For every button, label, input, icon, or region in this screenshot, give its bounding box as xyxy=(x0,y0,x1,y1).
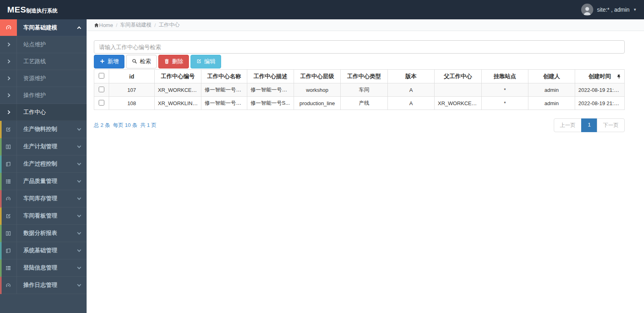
chevron-down-icon xyxy=(71,242,87,259)
chevron-down-icon xyxy=(71,259,87,276)
sidebar-group-login-info-management[interactable]: 登陆信息管理 xyxy=(0,259,87,277)
sidebar-group-data-analysis-reports[interactable]: 数据分析报表 xyxy=(0,225,87,242)
sidebar-group-system-management[interactable]: 系统基础管理 xyxy=(0,242,87,259)
trash-icon xyxy=(164,58,170,65)
column-header-level: 工作中心层级 xyxy=(294,70,341,83)
row-checkbox[interactable] xyxy=(99,87,104,92)
sidebar-group-label: 生产物料控制 xyxy=(17,121,71,138)
page-count: 共 1 页 xyxy=(140,122,156,129)
row-select-cell xyxy=(94,97,109,110)
breadcrumb-separator: / xyxy=(116,22,118,28)
sidebar-group-kanban-management[interactable]: 车间看板管理 xyxy=(0,207,87,225)
chevron-down-icon xyxy=(71,155,87,172)
pagination-row: 总 2 条 每页 10 条 共 1 页 上一页 1 下一页 xyxy=(94,118,625,132)
top-navbar: MES制造执行系统 site:* , admin ▼ xyxy=(0,0,644,19)
cell-id: 108 xyxy=(109,97,155,110)
column-header-created-time: 创建时间 xyxy=(575,70,625,83)
sidebar-item-resource-maintenance[interactable]: 资源维护 xyxy=(0,70,87,87)
group-color-strip xyxy=(0,190,2,207)
group-color-strip xyxy=(0,277,2,294)
sidebar-group-label: 车间基础建模 xyxy=(17,19,71,36)
plus-icon xyxy=(99,58,105,65)
sidebar-item-process-route[interactable]: 工艺路线 xyxy=(0,53,87,70)
breadcrumb-item-workshop-basic-modeling[interactable]: 车间基础建模 xyxy=(120,21,151,29)
breadcrumb: Home / 车间基础建模 / 工作中心 xyxy=(87,19,644,31)
sidebar-group-label: 车间库存管理 xyxy=(17,190,71,207)
sidebar-group-label: 生产计划管理 xyxy=(17,138,71,155)
sidebar-group-material-control[interactable]: 生产物料控制 xyxy=(0,121,87,138)
cell-creator: admin xyxy=(528,97,575,110)
search-icon xyxy=(132,58,137,65)
person-icon xyxy=(582,5,592,16)
pagination: 上一页 1 下一页 xyxy=(554,118,625,132)
cell-level: production_line xyxy=(294,97,341,110)
sidebar-group-label: 操作日志管理 xyxy=(17,277,71,294)
column-header-code: 工作中心编号 xyxy=(155,70,201,83)
chevron-right-icon xyxy=(0,70,17,87)
sidebar-item-work-center[interactable]: 工作中心 xyxy=(0,104,87,121)
row-checkbox[interactable] xyxy=(99,100,104,106)
sidebar-group-process-control[interactable]: 生产过程控制 xyxy=(0,155,87,173)
sidebar-item-site-maintenance[interactable]: 站点维护 xyxy=(0,36,87,53)
delete-button[interactable]: 删除 xyxy=(158,55,189,68)
cell-type: 产线 xyxy=(341,97,388,110)
row-select-cell xyxy=(94,83,109,97)
brand-subtitle: 制造执行系统 xyxy=(26,7,58,15)
edit-square-icon xyxy=(196,58,202,65)
toolbar: 新增 检索 删除 编辑 xyxy=(94,55,625,68)
column-header-version: 版本 xyxy=(388,70,435,83)
chevron-down-icon xyxy=(71,138,87,155)
select-all-checkbox[interactable] xyxy=(99,73,104,79)
user-menu[interactable]: site:* , admin ▼ xyxy=(581,4,637,16)
next-page-button[interactable]: 下一页 xyxy=(597,118,625,132)
chevron-down-icon xyxy=(71,173,87,190)
add-button[interactable]: 新增 xyxy=(94,55,124,68)
search-input[interactable] xyxy=(94,40,625,54)
chevron-down-icon xyxy=(71,121,87,138)
cell-level: workshop xyxy=(294,83,341,97)
breadcrumb-separator: / xyxy=(154,22,156,28)
column-header-creator: 创建人 xyxy=(528,70,575,83)
column-header-description: 工作中心描述 xyxy=(247,70,294,83)
sidebar-group-label: 生产过程控制 xyxy=(17,155,71,172)
sidebar-group-label: 登陆信息管理 xyxy=(17,259,71,276)
work-center-table: id 工作中心编号 工作中心名称 工作中心描述 工作中心层级 工作中心类型 版本… xyxy=(94,69,625,110)
group-color-strip xyxy=(0,207,2,225)
page-1-button[interactable]: 1 xyxy=(581,118,597,132)
brand-name: MES xyxy=(7,5,26,15)
sidebar-group-workshop-basic-modeling[interactable]: 车间基础建模 xyxy=(0,19,87,36)
columns-icon xyxy=(0,138,17,155)
sidebar-group-plan-management[interactable]: 生产计划管理 xyxy=(0,138,87,155)
main-content: 新增 检索 删除 编辑 id 工作中心编号 工作中心名称 工作中心描述 xyxy=(87,31,644,313)
prev-page-button[interactable]: 上一页 xyxy=(554,118,582,132)
avatar xyxy=(581,4,593,16)
pin-icon[interactable] xyxy=(617,74,621,79)
column-header-id: id xyxy=(109,70,155,83)
cell-version: A xyxy=(388,83,435,97)
cell-version: A xyxy=(388,97,435,110)
caret-down-icon: ▼ xyxy=(633,8,637,12)
search-button[interactable]: 检索 xyxy=(126,55,157,68)
edit-button[interactable]: 编辑 xyxy=(191,55,221,68)
sidebar-item-operation-maintenance[interactable]: 操作维护 xyxy=(0,87,87,104)
column-header-station: 挂靠站点 xyxy=(482,70,528,83)
sidebar-group-inventory-management[interactable]: 车间库存管理 xyxy=(0,190,87,207)
chevron-down-icon xyxy=(71,207,87,224)
table-row: 107 XR_WORKCEN... 修一智能一号车间 修一智能一号车间 work… xyxy=(94,83,625,97)
sidebar-group-operation-log-management[interactable]: 操作日志管理 xyxy=(0,277,87,294)
group-color-strip xyxy=(0,138,2,155)
brand-logo[interactable]: MES制造执行系统 xyxy=(7,5,58,15)
chevron-right-icon xyxy=(0,87,17,104)
cell-description: 修一智能一号车间 xyxy=(247,83,294,97)
sidebar-item-label: 工艺路线 xyxy=(17,53,87,70)
chevron-down-icon xyxy=(71,277,87,294)
sidebar-item-label: 操作维护 xyxy=(17,87,87,104)
column-header-type: 工作中心类型 xyxy=(341,70,388,83)
breadcrumb-home[interactable]: Home xyxy=(94,22,113,28)
sidebar-group-label: 产品质量管理 xyxy=(17,173,71,190)
chevron-down-icon xyxy=(71,225,87,242)
pagination-summary: 总 2 条 每页 10 条 共 1 页 xyxy=(94,122,157,129)
cell-created-time: 2022-08-19 21:1... xyxy=(575,97,625,110)
chevron-up-icon xyxy=(71,19,87,36)
sidebar-group-quality-management[interactable]: 产品质量管理 xyxy=(0,173,87,190)
